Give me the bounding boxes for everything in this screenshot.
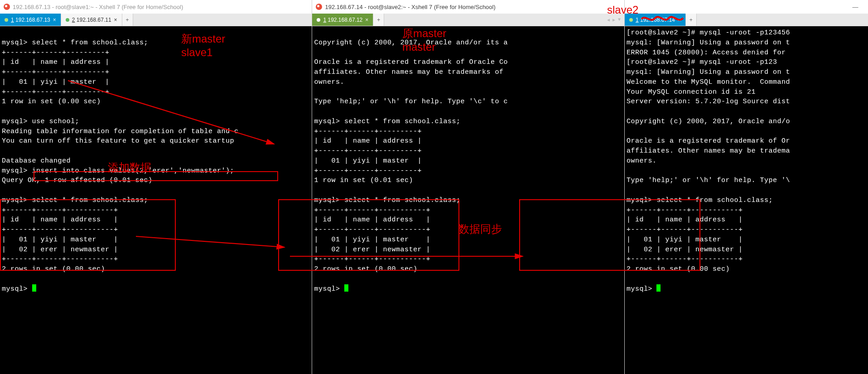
tab-next-icon[interactable]: ▶ [612, 17, 615, 23]
cursor-icon [32, 284, 36, 292]
session-tab[interactable]: 1 192.168.67.12 × [312, 14, 373, 26]
tab-prev-icon[interactable]: ◀ [607, 17, 610, 23]
connected-dot-icon [629, 18, 633, 22]
session-tab[interactable]: 2 192.168.67.11 × [61, 14, 122, 26]
xshell-window-middle: 192.168.67.14 - root@slave2:~ - Xshell 7… [312, 0, 624, 374]
title-bar: 192.168.67.13 - root@slave1:~ - Xshell 7… [0, 0, 312, 14]
xshell-app-icon [316, 4, 322, 10]
new-tab-button[interactable]: + [373, 14, 384, 26]
new-tab-button[interactable]: + [686, 14, 697, 26]
session-tab[interactable]: 1 192.168.67.13 × [0, 14, 61, 26]
close-icon[interactable]: × [678, 17, 681, 23]
connected-dot-icon [317, 18, 320, 22]
close-icon[interactable]: × [53, 17, 56, 23]
session-tab[interactable]: 1 192.168.67.14 × [625, 14, 686, 26]
tab-bar: 1 192.168.67.13 × 2 192.168.67.11 × + [0, 14, 312, 26]
xshell-window-right: — 1 192.168.67.14 × + [root@slave2 ~]# m… [625, 0, 868, 374]
connected-dot-icon [66, 18, 69, 22]
tab-bar: 1 192.168.67.12 × + ◀ ▶ ▼ [312, 14, 624, 26]
cursor-icon [656, 284, 661, 292]
minimize-button[interactable]: — [846, 0, 864, 13]
xshell-app-icon [4, 4, 10, 10]
close-icon[interactable]: × [365, 17, 368, 23]
title-bar: 192.168.67.14 - root@slave2:~ - Xshell 7… [312, 0, 624, 14]
window-title: 192.168.67.14 - root@slave2:~ - Xshell 7… [325, 4, 495, 10]
close-icon[interactable]: × [114, 17, 117, 23]
terminal-output[interactable]: [root@slave2 ~]# mysql -uroot -p123456 m… [625, 26, 868, 374]
new-tab-button[interactable]: + [122, 14, 133, 26]
cursor-icon [344, 284, 348, 292]
terminal-output[interactable]: Copyright (c) 2000, 2017, Oracle and/or … [312, 26, 624, 374]
tab-nav: ◀ ▶ ▼ [603, 14, 624, 26]
xshell-window-left: 192.168.67.13 - root@slave1:~ - Xshell 7… [0, 0, 312, 374]
tab-menu-icon[interactable]: ▼ [618, 17, 621, 22]
connected-dot-icon [5, 18, 8, 22]
terminal-output[interactable]: mysql> select * from school.class; +----… [0, 26, 312, 374]
window-title: 192.168.67.13 - root@slave1:~ - Xshell 7… [13, 4, 183, 10]
title-bar: — [625, 0, 868, 14]
tab-bar: 1 192.168.67.14 × + [625, 14, 868, 26]
